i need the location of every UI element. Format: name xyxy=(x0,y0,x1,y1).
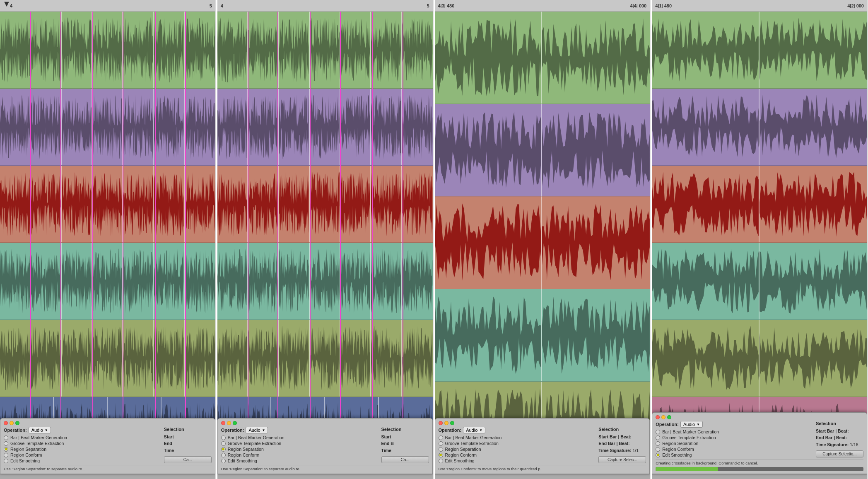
operation-select[interactable]: Audio▼ xyxy=(29,427,51,433)
scrollbar[interactable] xyxy=(217,474,433,479)
radio-item[interactable]: Region Separation xyxy=(439,447,596,452)
selection-line xyxy=(248,12,248,474)
window-controls[interactable] xyxy=(656,415,671,419)
radio-item[interactable]: Groove Template Extraction xyxy=(221,441,379,446)
close-button[interactable] xyxy=(4,421,8,425)
waveform xyxy=(402,89,432,165)
region-segment xyxy=(185,320,215,397)
ruler-right-label: 4|4| 000 xyxy=(630,3,646,8)
window-controls[interactable] xyxy=(221,421,237,425)
track xyxy=(217,166,433,243)
region-segment xyxy=(248,89,279,165)
radio-item[interactable]: Region Separation xyxy=(4,447,162,452)
maximize-button[interactable] xyxy=(15,421,19,425)
radio-item[interactable]: Bar | Beat Marker Generation xyxy=(221,435,379,440)
radio-item[interactable]: Bar | Beat Marker Generation xyxy=(439,435,596,440)
selection-row-label: End Bar | Beat: xyxy=(816,435,847,440)
capture-selection-button[interactable]: Ca... xyxy=(381,456,429,463)
maximize-button[interactable] xyxy=(450,421,454,425)
waveform xyxy=(310,320,340,397)
close-button[interactable] xyxy=(221,421,225,425)
waveform xyxy=(31,320,60,397)
region-segment xyxy=(340,243,371,319)
waveform xyxy=(0,166,30,242)
region-segment xyxy=(185,89,215,165)
selection-panel: SelectionStartEnd BTimeCa... xyxy=(381,427,429,463)
region-segment xyxy=(62,320,92,397)
region-segment xyxy=(0,12,31,88)
capture-selection-button[interactable]: Capture Selectio... xyxy=(816,450,863,457)
radio-item[interactable]: Region Conform xyxy=(439,452,596,457)
capture-selection-button[interactable]: Ca... xyxy=(164,456,212,463)
tracks-area xyxy=(435,12,650,474)
scrollbar[interactable] xyxy=(652,474,867,479)
radio-label: Edit Smoothing xyxy=(228,458,257,463)
close-button[interactable] xyxy=(439,421,443,425)
waveform xyxy=(435,289,542,381)
close-button[interactable] xyxy=(656,415,660,419)
radio-item[interactable]: Bar | Beat Marker Generation xyxy=(656,429,813,434)
window-controls[interactable] xyxy=(439,421,454,425)
waveform xyxy=(217,320,247,397)
panel-3: 4|3| 4804|4| 000Operation:Audio▼Bar | Be… xyxy=(435,0,651,479)
radio-item[interactable]: Groove Template Extraction xyxy=(439,441,596,446)
operation-select[interactable]: Audio▼ xyxy=(246,427,268,433)
radio-label: Edit Smoothing xyxy=(445,458,475,463)
track xyxy=(0,89,215,166)
waveform xyxy=(31,166,60,242)
radio-item[interactable]: Region Conform xyxy=(656,447,813,452)
panel-2: 45Operation:Audio▼Bar | Beat Marker Gene… xyxy=(217,0,434,479)
region-segment xyxy=(217,243,248,319)
waveform xyxy=(279,12,309,88)
waveform xyxy=(248,320,278,397)
operation-radio-group: Bar | Beat Marker GenerationGroove Templ… xyxy=(656,429,813,457)
waveform xyxy=(0,12,30,88)
beat-detective-dialog: Operation:Audio▼Bar | Beat Marker Genera… xyxy=(652,412,867,474)
radio-item[interactable]: Edit Smoothing xyxy=(221,458,379,463)
minimize-button[interactable] xyxy=(227,421,231,425)
radio-label: Bar | Beat Marker Generation xyxy=(662,429,719,434)
radio-item[interactable]: Bar | Beat Marker Generation xyxy=(4,435,162,440)
capture-selection-button[interactable]: Capture Selec... xyxy=(598,456,646,463)
selection-row-value: 1/16 xyxy=(850,442,858,447)
radio-item[interactable]: Region Separation xyxy=(656,441,813,446)
radio-item[interactable]: Region Conform xyxy=(221,452,379,457)
region-segment xyxy=(92,243,123,319)
waveform xyxy=(123,243,153,319)
region-segment xyxy=(340,320,371,397)
track xyxy=(435,196,650,289)
region-segment xyxy=(435,196,542,288)
scrollbar[interactable] xyxy=(0,474,215,479)
waveform xyxy=(402,243,432,319)
minimize-button[interactable] xyxy=(10,421,14,425)
minimize-button[interactable] xyxy=(444,421,448,425)
radio-item[interactable]: Edit Smoothing xyxy=(4,458,162,463)
region-segment xyxy=(31,12,61,88)
radio-item[interactable]: Region Separation xyxy=(221,447,379,452)
radio-label: Bar | Beat Marker Generation xyxy=(445,435,502,440)
region-segment xyxy=(371,89,402,165)
maximize-button[interactable] xyxy=(233,421,237,425)
radio-circle xyxy=(4,453,8,457)
selection-row-label: Start Bar | Beat: xyxy=(598,434,631,439)
radio-item[interactable]: Groove Template Extraction xyxy=(656,435,813,440)
operation-radio-group: Bar | Beat Marker GenerationGroove Templ… xyxy=(4,435,162,463)
region-segment xyxy=(248,12,279,88)
radio-item[interactable]: Region Conform xyxy=(4,452,162,457)
scrollbar[interactable] xyxy=(435,474,650,479)
radio-item[interactable]: Groove Template Extraction xyxy=(4,441,162,446)
window-controls[interactable] xyxy=(4,421,19,425)
minimize-button[interactable] xyxy=(661,415,665,419)
operation-select[interactable]: Audio▼ xyxy=(680,421,703,428)
waveform xyxy=(435,196,542,288)
region-segment xyxy=(652,166,760,242)
radio-item[interactable]: Edit Smoothing xyxy=(656,452,813,457)
maximize-button[interactable] xyxy=(667,415,671,419)
radio-item[interactable]: Edit Smoothing xyxy=(439,458,596,463)
operation-select[interactable]: Audio▼ xyxy=(463,427,485,433)
selection-row: End xyxy=(164,441,212,446)
waveform xyxy=(340,89,370,165)
radio-circle xyxy=(439,435,443,440)
waveform xyxy=(340,320,370,397)
waveform xyxy=(435,12,542,104)
